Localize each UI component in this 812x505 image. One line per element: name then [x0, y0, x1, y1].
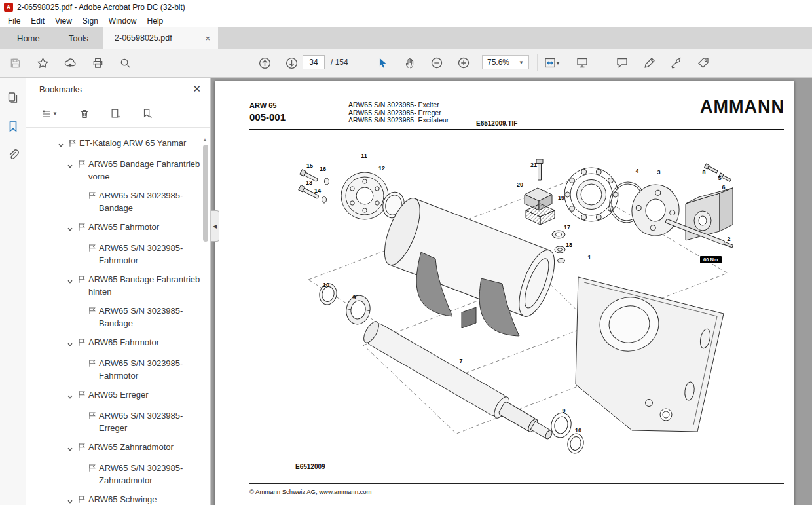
bookmark-item[interactable]: ARW65 Fahrmotor [26, 221, 210, 235]
page-count-label: / 154 [331, 58, 348, 67]
bookmark-item[interactable]: ARW65 S/N 3023985- Fahrmotor [26, 242, 210, 267]
menu-window[interactable]: Window [103, 16, 142, 26]
tab-home[interactable]: Home [3, 27, 54, 49]
menu-sign[interactable]: Sign [77, 16, 103, 26]
bookmark-icon [88, 306, 99, 318]
menu-help[interactable]: Help [142, 16, 169, 26]
close-panel-icon[interactable]: ✕ [193, 83, 201, 95]
save-button[interactable] [7, 55, 23, 71]
tag-tool-button[interactable] [695, 55, 711, 71]
part-number-label: 10 [323, 282, 329, 288]
bookmark-icon [77, 159, 88, 172]
bookmark-label: ARW65 Zahnradmotor [88, 441, 205, 453]
share-upload-button[interactable] [62, 55, 78, 71]
reading-mode-button[interactable] [574, 55, 590, 71]
bookmark-item[interactable]: ARW65 S/N 3023985- Fahrmotor [26, 357, 210, 382]
chevron-down-icon[interactable] [67, 391, 77, 403]
acrobat-window: A 2-06598025.pdf - Adobe Acrobat Pro DC … [0, 0, 812, 505]
bookmark-item[interactable]: ARW65 Erreger [26, 388, 210, 403]
footer-rule [249, 483, 784, 484]
chevron-down-icon[interactable] [67, 339, 77, 350]
part-number-label: 21 [530, 162, 537, 168]
page-number-input[interactable] [303, 55, 325, 69]
page-model-label: ARW 65 [249, 102, 276, 109]
zoom-in-button[interactable] [456, 55, 471, 71]
page-section-code: 005-001 [249, 111, 286, 122]
menu-view[interactable]: View [50, 16, 77, 26]
close-tab-icon[interactable]: × [205, 33, 210, 43]
bookmark-item[interactable]: ARW65 S/N 3023985- Bandage [26, 305, 210, 329]
chevron-down-icon[interactable] [67, 443, 77, 455]
bookmark-icon [88, 411, 99, 423]
bookmark-item[interactable]: ARW65 Schwinge [26, 493, 210, 505]
previous-page-button[interactable] [257, 55, 272, 71]
bookmark-label: ARW65 Schwinge [88, 493, 205, 505]
fill-sign-button[interactable] [668, 55, 684, 71]
bookmark-icon [68, 138, 79, 151]
menu-edit[interactable]: Edit [26, 16, 50, 26]
part-number-label: 18 [566, 242, 572, 248]
select-tool-button[interactable] [375, 55, 390, 71]
fit-options-caret[interactable]: ▼ [554, 55, 562, 71]
pdf-page: ARW 65 005-001 ARW65 S/N 3023985- Excite… [215, 81, 794, 505]
search-button[interactable] [117, 55, 133, 71]
bookmark-options-button[interactable]: ▼ [37, 105, 62, 122]
part-number-label: 20 [517, 181, 523, 188]
scroll-up-arrow[interactable]: ▲ [202, 137, 208, 143]
part-number-label: 15 [306, 162, 313, 169]
bookmark-item[interactable]: ET-Katalog ARW 65 Yanmar [26, 137, 210, 151]
bookmark-item[interactable]: ARW65 S/N 3023985- Bandage [26, 189, 210, 214]
collapse-panel-handle[interactable]: ◀ [211, 210, 219, 242]
bookmarks-panel-button[interactable] [5, 119, 21, 134]
title-bar: A 2-06598025.pdf - Adobe Acrobat Pro DC … [0, 0, 812, 14]
new-bookmark-button[interactable] [107, 105, 124, 122]
bookmark-item[interactable]: ARW65 Zahnradmotor [26, 441, 210, 455]
delete-bookmark-button[interactable] [76, 105, 93, 122]
zoom-level-dropdown[interactable]: 75.6% ▼ [482, 55, 529, 69]
bookmark-label: ARW65 S/N 3023985- Erreger [99, 409, 205, 434]
bookmarks-scrollbar[interactable] [203, 145, 208, 242]
tab-tools[interactable]: Tools [54, 27, 103, 49]
bookmarks-panel-title: Bookmarks [39, 84, 82, 94]
chevron-down-icon[interactable] [67, 160, 77, 172]
bookmark-item[interactable]: ARW65 Bandage Fahrantrieb hinten [26, 273, 210, 298]
bookmark-icon [77, 222, 88, 234]
part-number-label: 13 [306, 179, 312, 186]
bookmark-item[interactable]: ARW65 Bandage Fahrantrieb vorne [26, 158, 210, 183]
part-number-label: 11 [361, 153, 367, 159]
next-page-button[interactable] [284, 55, 299, 71]
comment-button[interactable] [614, 55, 630, 71]
part-number-label: 7 [459, 358, 462, 364]
figure-code-label: E6512009 [295, 463, 325, 470]
print-button[interactable] [90, 55, 105, 71]
chevron-down-icon[interactable] [67, 223, 77, 235]
bookmark-label: ARW65 S/N 3023985- Bandage [99, 189, 205, 214]
highlight-button[interactable] [642, 55, 657, 71]
menu-bar: FileEditViewSignWindowHelp [0, 14, 812, 27]
part-number-label: 8 [702, 169, 705, 176]
bookmark-item[interactable]: ARW65 Fahrmotor [26, 336, 210, 350]
part-number-label: 9 [352, 294, 356, 301]
zoom-level-value: 75.6% [487, 58, 509, 67]
attachments-button[interactable] [5, 147, 21, 163]
chevron-down-icon[interactable] [67, 276, 77, 288]
bookmarks-tree: ET-Katalog ARW 65 YanmarARW65 Bandage Fa… [26, 128, 210, 505]
find-current-bookmark-button[interactable] [139, 105, 156, 122]
hand-tool-button[interactable] [402, 55, 418, 71]
part-number-label: 4 [635, 168, 638, 174]
part-number-label: 19 [558, 195, 564, 201]
menu-file[interactable]: File [3, 16, 26, 26]
star-button[interactable] [35, 55, 50, 71]
navigation-rail [0, 78, 26, 505]
chevron-down-icon[interactable] [67, 496, 77, 505]
bookmark-icon [77, 337, 88, 350]
bookmark-label: ARW65 Erreger [88, 388, 205, 401]
bookmark-item[interactable]: ARW65 S/N 3023985- Erreger [26, 409, 210, 434]
zoom-out-button[interactable] [429, 55, 445, 71]
bookmark-item[interactable]: ARW65 S/N 3023985- Zahnradmotor [26, 462, 210, 487]
tab-document-label: 2-06598025.pdf [115, 33, 172, 43]
tab-document[interactable]: 2-06598025.pdf × [103, 27, 218, 49]
part-number-label: 17 [564, 224, 570, 231]
page-thumbnails-button[interactable] [5, 90, 21, 105]
chevron-down-icon[interactable] [58, 140, 68, 151]
